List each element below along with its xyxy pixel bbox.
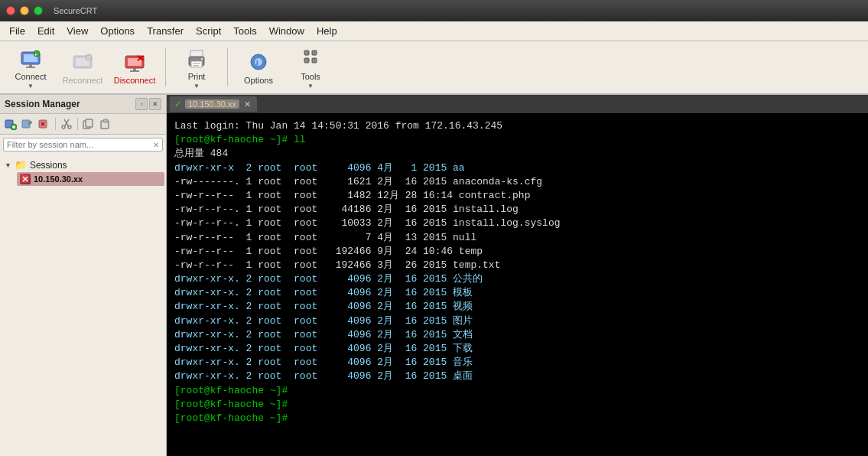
edit-session-button[interactable]	[20, 116, 35, 132]
svg-rect-18	[191, 61, 202, 67]
filter-input[interactable]	[4, 138, 150, 151]
connect-button[interactable]: + Connect ▼	[6, 44, 55, 90]
sidebar-header-buttons: ▫ ✕	[135, 98, 161, 110]
minimize-button[interactable]	[20, 6, 29, 15]
session-icon	[20, 174, 31, 184]
menu-file[interactable]: File	[3, 24, 31, 38]
terminal-line: drwxr-xr-x 2 root root 4096 4月 1 2015 aa	[174, 161, 860, 175]
session-item[interactable]: 10.150.30.xx	[17, 172, 164, 186]
window-title: SecureCRT	[54, 6, 97, 15]
terminal-content[interactable]: Last login: Thu Jan 14 14:50:31 2016 fro…	[167, 113, 868, 456]
terminal-area: ✓ 10.150.30.xx ✕ Last login: Thu Jan 14 …	[167, 95, 868, 456]
terminal-line: -rw-r--r-- 1 root root 192466 3月 26 2015…	[174, 259, 860, 272]
filter-bar[interactable]: ✕	[3, 138, 163, 151]
menu-transfer[interactable]: Transfer	[141, 24, 190, 38]
new-session-button[interactable]	[3, 116, 18, 132]
sidebar-toolbar	[0, 114, 166, 135]
svg-rect-21	[201, 58, 203, 60]
svg-rect-44	[103, 119, 108, 122]
copy-button[interactable]	[81, 116, 96, 132]
main-layout: Session Manager ▫ ✕	[0, 95, 868, 456]
tab-check-icon: ✓	[174, 99, 182, 109]
paste-button[interactable]	[98, 116, 113, 132]
terminal-line: drwxr-xr-x. 2 root root 4096 2月 16 2015 …	[174, 300, 860, 314]
tab-close-button[interactable]: ✕	[244, 99, 251, 109]
options-button[interactable]: i Options	[234, 44, 283, 90]
terminal-line: [root@kf-haoche ~]# ll	[174, 133, 860, 147]
svg-text:+: +	[34, 52, 37, 57]
maximize-button[interactable]	[34, 6, 43, 15]
menu-help[interactable]: Help	[310, 24, 343, 38]
folder-icon: 📁	[15, 159, 27, 171]
terminal-line: -rw-r--r-- 1 root root 1482 12月 28 16:14…	[174, 189, 860, 203]
svg-rect-42	[86, 119, 93, 127]
title-bar: SecureCRT	[0, 0, 868, 21]
print-button[interactable]: Print ▼	[172, 44, 221, 90]
terminal-line: drwxr-xr-x. 2 root root 4096 2月 16 2015 …	[174, 286, 860, 300]
disconnect-icon	[122, 50, 147, 74]
svg-rect-33	[22, 120, 30, 128]
reconnect-icon: ↺	[70, 50, 95, 74]
tools-icon	[298, 46, 323, 70]
tools-button[interactable]: Tools ▼	[286, 44, 335, 90]
svg-point-39	[62, 125, 65, 129]
delete-session-button[interactable]	[37, 116, 52, 132]
menu-options[interactable]: Options	[94, 24, 141, 38]
terminal-line: drwxr-xr-x. 2 root root 4096 2月 16 2015 …	[174, 314, 860, 328]
connect-label: Connect	[15, 72, 47, 81]
disconnect-label: Disconnect	[114, 76, 155, 85]
sessions-tree: ▼ 📁 Sessions 10.150.30.xx	[0, 155, 166, 456]
terminal-line: Last login: Thu Jan 14 14:50:31 2016 fro…	[174, 119, 860, 133]
sidebar-tool-sep-2	[77, 118, 78, 130]
filter-clear-button[interactable]: ✕	[150, 138, 162, 151]
disconnect-button[interactable]: Disconnect	[110, 44, 159, 90]
sidebar-header: Session Manager ▫ ✕	[0, 95, 166, 114]
terminal-line: [root@kf-haoche ~]#	[174, 384, 860, 398]
sessions-root-label: Sessions	[30, 160, 67, 171]
terminal-line: -rw-r--r--. 1 root root 44186 2月 16 2015…	[174, 203, 860, 217]
sidebar-restore-button[interactable]: ▫	[135, 98, 148, 110]
connect-icon: +	[18, 46, 43, 70]
toolbar-sep-2	[227, 48, 228, 86]
menu-edit[interactable]: Edit	[31, 24, 60, 38]
svg-rect-19	[193, 63, 200, 64]
svg-text:i: i	[256, 59, 258, 67]
sidebar-close-button[interactable]: ✕	[149, 98, 161, 110]
menu-tools[interactable]: Tools	[227, 24, 262, 38]
terminal-tab[interactable]: ✓ 10.150.30.xx ✕	[170, 96, 257, 112]
svg-rect-13	[130, 70, 139, 72]
sessions-root[interactable]: ▼ 📁 Sessions	[2, 158, 164, 172]
reconnect-label: Reconnect	[63, 76, 103, 85]
svg-rect-20	[193, 65, 199, 67]
terminal-line: 总用量 484	[174, 147, 860, 161]
sidebar-title: Session Manager	[5, 99, 80, 109]
terminal-line: drwxr-xr-x. 2 root root 4096 2月 16 2015 …	[174, 370, 860, 383]
options-label: Options	[244, 76, 273, 85]
tools-label: Tools	[301, 72, 320, 81]
options-icon: i	[246, 50, 271, 74]
cut-button[interactable]	[59, 116, 74, 132]
svg-text:↺: ↺	[86, 55, 91, 60]
terminal-line: [root@kf-haoche ~]#	[174, 398, 860, 412]
svg-rect-26	[312, 50, 317, 55]
svg-point-40	[68, 125, 71, 129]
menu-script[interactable]: Script	[190, 24, 227, 38]
sidebar-tool-sep-1	[55, 118, 56, 130]
terminal-tab-bar: ✓ 10.150.30.xx ✕	[167, 95, 868, 113]
terminal-line: drwxr-xr-x. 2 root root 4096 2月 16 2015 …	[174, 342, 860, 356]
menu-window[interactable]: Window	[263, 24, 310, 38]
svg-rect-28	[312, 58, 317, 63]
session-label: 10.150.30.xx	[34, 174, 83, 184]
reconnect-button[interactable]: ↺ Reconnect	[58, 44, 107, 90]
print-icon	[184, 46, 209, 70]
toolbar-sep-1	[165, 48, 166, 86]
terminal-line: -rw-r--r-- 1 root root 192466 9月 24 10:4…	[174, 245, 860, 259]
menu-view[interactable]: View	[60, 24, 94, 38]
menu-bar: File Edit View Options Transfer Script T…	[0, 21, 868, 41]
terminal-line: -rw-r--r-- 1 root root 7 4月 13 2015 null	[174, 231, 860, 245]
close-button[interactable]	[6, 6, 15, 15]
session-manager-sidebar: Session Manager ▫ ✕	[0, 95, 167, 456]
svg-rect-3	[26, 67, 35, 68]
svg-rect-25	[304, 50, 309, 55]
terminal-line: -rw-r--r--. 1 root root 10033 2月 16 2015…	[174, 217, 860, 230]
